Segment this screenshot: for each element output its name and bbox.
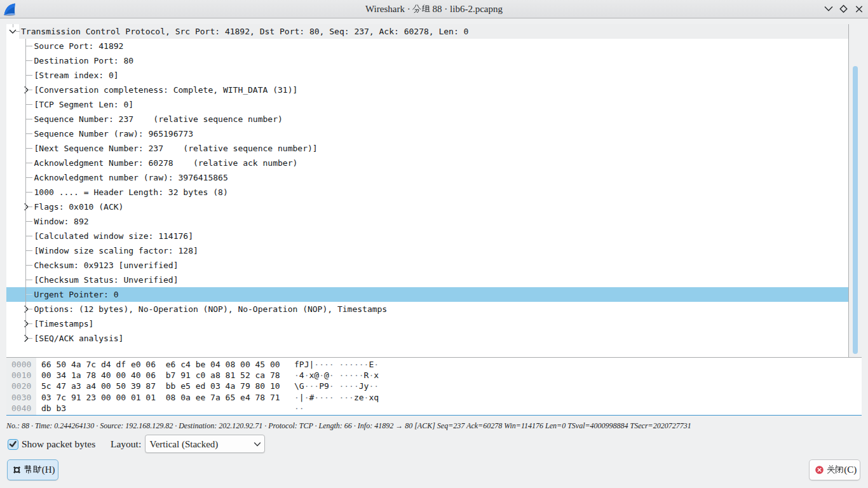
window-title: Wireshark · 88 · lib6-2.pcapng bbox=[0, 0, 868, 18]
tree-row[interactable]: [SEQ/ACK analysis] bbox=[6, 331, 848, 346]
tree-row-text: Acknowledgment number (raw): 3976415865 bbox=[34, 170, 228, 185]
cjk-glyph bbox=[24, 464, 33, 474]
tree-row[interactable]: Acknowledgment number (raw): 3976415865 bbox=[6, 170, 848, 185]
tree-row-text: [SEQ/ACK analysis] bbox=[34, 331, 124, 346]
cjk-glyph bbox=[835, 464, 844, 474]
tree-row[interactable]: [Checksum Status: Unverified] bbox=[6, 273, 848, 287]
maximize-button[interactable] bbox=[836, 0, 851, 18]
minimize-button[interactable] bbox=[821, 0, 836, 18]
tree-branch-line bbox=[25, 119, 32, 119]
close-button[interactable]: (C) bbox=[809, 459, 860, 480]
tree-row-text: Urgent Pointer: 0 bbox=[34, 287, 119, 302]
tree-branch-line bbox=[25, 60, 32, 61]
hex-bytes: 5c 47 a3 a4 00 50 39 87 bb e5 ed 03 4a 7… bbox=[41, 381, 280, 391]
checkmark-icon bbox=[8, 440, 17, 449]
close-button-label: (C) bbox=[827, 464, 857, 475]
title-bar: Wireshark · 88 · lib6-2.pcapng bbox=[0, 0, 868, 18]
tree-branch-line bbox=[25, 236, 32, 236]
tree-row[interactable]: [Conversation completeness: Complete, WI… bbox=[6, 83, 848, 97]
packet-details-tree[interactable]: Transmission Control Protocol, Src Port:… bbox=[6, 24, 862, 358]
cjk-glyph bbox=[33, 464, 42, 474]
help-lifebuoy-icon bbox=[13, 466, 21, 474]
hex-ascii: ·· bbox=[294, 403, 304, 414]
tree-row[interactable]: [Timestamps] bbox=[6, 316, 848, 331]
tree-row-text: Destination Port: 80 bbox=[34, 53, 134, 68]
help-button-label: (H) bbox=[24, 464, 55, 475]
tree-row-text: Flags: 0x010 (ACK) bbox=[34, 200, 124, 214]
hex-bytes: 03 7c 91 23 00 00 01 01 08 0a ee 7a 65 e… bbox=[41, 392, 280, 403]
tree-branch-line bbox=[25, 75, 32, 76]
tree-row-text: [Window size scaling factor: 128] bbox=[34, 243, 198, 258]
tree-branch-line bbox=[25, 177, 32, 178]
tree-row[interactable]: [Window size scaling factor: 128] bbox=[6, 243, 848, 258]
tree-row[interactable]: Sequence Number: 237 (relative sequence … bbox=[6, 112, 848, 126]
hex-offset: 0040 bbox=[11, 403, 31, 414]
tree-row-text: Checksum: 0x9123 [unverified] bbox=[34, 258, 179, 273]
hex-row[interactable]: 0040db b3·· bbox=[6, 403, 862, 414]
show-packet-bytes-checkbox[interactable] bbox=[8, 439, 18, 450]
tree-row[interactable]: Window: 892 bbox=[6, 214, 848, 229]
hex-offset: 0000 bbox=[11, 359, 31, 370]
hex-row[interactable]: 000066 50 4a 7c d4 df e0 06 e6 c4 be 04 … bbox=[6, 359, 862, 370]
tree-scrollbar-thumb[interactable] bbox=[853, 66, 858, 354]
window-close-button[interactable] bbox=[851, 0, 867, 18]
tree-row-selection bbox=[6, 287, 848, 302]
tree-row[interactable]: Flags: 0x010 (ACK) bbox=[6, 200, 848, 214]
tree-row[interactable]: [Stream index: 0] bbox=[6, 68, 848, 83]
tree-branch-line bbox=[25, 133, 32, 134]
tree-branch-line bbox=[25, 294, 32, 295]
tree-row-text: [Timestamps] bbox=[34, 316, 94, 331]
tree-row[interactable]: Checksum: 0x9123 [unverified] bbox=[6, 258, 848, 273]
packet-dialog-window: Wireshark · 88 · lib6-2.pcapng Transmiss… bbox=[0, 0, 868, 488]
tree-row[interactable]: [Calculated window size: 114176] bbox=[6, 229, 848, 243]
hex-ascii: \G···P9· ····Jy·· bbox=[294, 381, 379, 391]
tree-row[interactable]: Source Port: 41892 bbox=[6, 39, 848, 53]
hex-row[interactable]: 001000 34 1a 78 40 00 40 06 b7 91 c0 a8 … bbox=[6, 370, 862, 381]
tree-row[interactable]: Acknowledgment Number: 60278 (relative a… bbox=[6, 156, 848, 170]
tree-row-text: Transmission Control Protocol, Src Port:… bbox=[21, 24, 468, 39]
tree-row-text: Options: (12 bytes), No-Operation (NOP),… bbox=[34, 302, 388, 316]
tree-row-text: [Checksum Status: Unverified] bbox=[34, 273, 179, 287]
tree-row[interactable]: 1000 .... = Header Length: 32 bytes (8) bbox=[6, 185, 848, 200]
hex-ascii: ·4·x@·@· ·····R·x bbox=[294, 370, 379, 381]
hex-ascii: ·|·#···· ···ze·xq bbox=[294, 392, 379, 403]
tree-row-text: Sequence Number (raw): 965196773 bbox=[34, 126, 193, 141]
hex-row[interactable]: 00205c 47 a3 a4 00 50 39 87 bb e5 ed 03 … bbox=[6, 381, 862, 391]
show-packet-bytes-label[interactable]: Show packet bytes bbox=[22, 438, 95, 450]
expander-expanded-icon[interactable] bbox=[6, 24, 19, 39]
tree-row-text: Sequence Number: 237 (relative sequence … bbox=[34, 112, 283, 126]
tree-row-text: [Stream index: 0] bbox=[34, 68, 119, 83]
close-circle-icon bbox=[815, 466, 824, 474]
layout-label: Layout: bbox=[111, 438, 141, 450]
tree-row-text: Acknowledgment Number: 60278 (relative a… bbox=[34, 156, 298, 170]
tree-branch-line bbox=[25, 221, 32, 222]
tree-row[interactable]: [Next Sequence Number: 237 (relative seq… bbox=[6, 141, 848, 156]
tree-row-text: Source Port: 41892 bbox=[34, 39, 124, 53]
layout-select[interactable]: Vertical (Stacked) bbox=[145, 435, 265, 453]
hex-bytes: 66 50 4a 7c d4 df e0 06 e6 c4 be 04 08 0… bbox=[41, 359, 280, 370]
hex-row[interactable]: 003003 7c 91 23 00 00 01 01 08 0a ee 7a … bbox=[6, 392, 862, 403]
tree-row[interactable]: Sequence Number (raw): 965196773 bbox=[6, 126, 848, 141]
cjk-glyph bbox=[412, 4, 421, 13]
tree-row-text: Window: 892 bbox=[34, 214, 89, 229]
tree-row-text: [Calculated window size: 114176] bbox=[34, 229, 193, 243]
hex-bytes: 00 34 1a 78 40 00 40 06 b7 91 c0 a8 81 5… bbox=[41, 370, 280, 381]
help-button[interactable]: (H) bbox=[7, 459, 58, 480]
tree-branch-line bbox=[25, 163, 32, 163]
packet-bytes-view[interactable]: 000066 50 4a 7c d4 df e0 06 e6 c4 be 04 … bbox=[6, 358, 862, 416]
tree-row[interactable]: Transmission Control Protocol, Src Port:… bbox=[6, 24, 848, 39]
cjk-glyph bbox=[421, 4, 430, 13]
tree-row[interactable]: Destination Port: 80 bbox=[6, 53, 848, 68]
tree-row-text: [Conversation completeness: Complete, WI… bbox=[34, 83, 298, 97]
tree-row-text: [TCP Segment Len: 0] bbox=[34, 97, 134, 112]
packet-summary-line: No.: 88 · Time: 0.244264130 · Source: 19… bbox=[6, 421, 691, 431]
tree-row[interactable]: [TCP Segment Len: 0] bbox=[6, 97, 848, 112]
cjk-glyph bbox=[827, 464, 836, 474]
tree-row[interactable]: Urgent Pointer: 0 bbox=[6, 287, 848, 302]
tree-row[interactable]: Options: (12 bytes), No-Operation (NOP),… bbox=[6, 302, 848, 316]
hex-offset: 0020 bbox=[11, 381, 31, 391]
tree-branch-line bbox=[25, 250, 32, 251]
tree-branch-line bbox=[25, 280, 32, 280]
hex-offset: 0010 bbox=[11, 370, 31, 381]
tree-branch-line bbox=[25, 104, 32, 105]
